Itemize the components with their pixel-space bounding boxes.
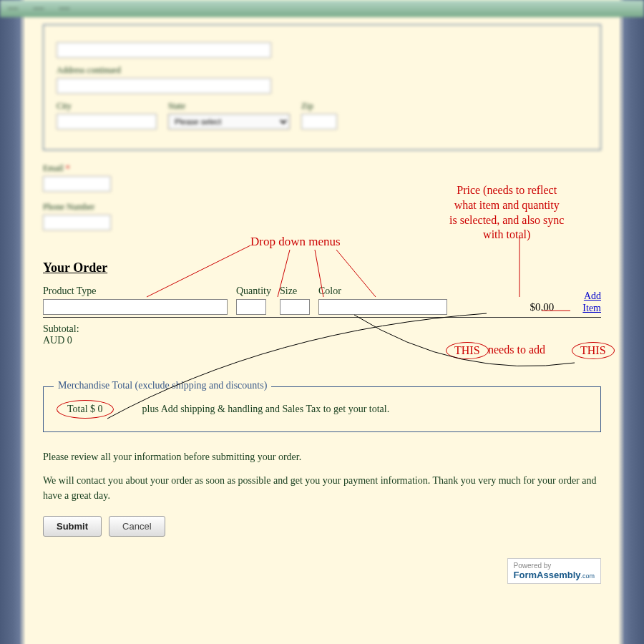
- line-price: $0.00: [530, 301, 555, 315]
- annotation-this-1: THIS: [446, 342, 489, 359]
- address-continued-input[interactable]: [57, 78, 271, 94]
- phone-input[interactable]: [43, 215, 111, 230]
- quantity-select[interactable]: [236, 299, 266, 315]
- email-label: Email *: [43, 163, 601, 174]
- zip-input[interactable]: [301, 114, 337, 130]
- color-label: Color: [318, 286, 447, 297]
- annotation-this-2: THIS: [572, 342, 615, 359]
- merchandise-total-box: Merchandise Total (exclude shipping and …: [43, 386, 601, 432]
- product-type-label: Product Type: [43, 286, 228, 297]
- email-input[interactable]: [43, 176, 111, 192]
- review-notice: Please review all your information befor…: [43, 449, 601, 464]
- city-label: City: [57, 101, 157, 112]
- zip-label: Zip: [301, 101, 337, 112]
- size-label: Size: [280, 286, 310, 297]
- contact-notice: We will contact you about your order as …: [43, 473, 601, 503]
- cancel-button[interactable]: Cancel: [109, 516, 165, 537]
- address-continued-label: Address continued: [57, 65, 587, 76]
- quantity-label: Quantity: [236, 286, 271, 297]
- submit-button[interactable]: Submit: [43, 516, 102, 537]
- form-page: Address continued City State Please sele…: [29, 17, 615, 598]
- browser-tab-bar: [0, 0, 644, 17]
- city-input[interactable]: [57, 114, 157, 130]
- subtotal-label: Subtotal:: [43, 323, 601, 335]
- annotation-price-note: Price (needs to reflect what item and qu…: [449, 183, 564, 243]
- product-type-select[interactable]: [43, 299, 228, 315]
- annotation-needs-add: needs to add: [488, 343, 545, 356]
- annotation-dropdown-menus: Drop down menus: [250, 235, 341, 249]
- merchandise-note: plus Add shipping & handling and Sales T…: [142, 404, 390, 415]
- address-input[interactable]: [57, 42, 271, 58]
- your-order-heading: Your Order: [43, 260, 601, 275]
- size-select[interactable]: [280, 299, 310, 315]
- total-display: Total $ 0: [57, 400, 114, 419]
- address-fieldset: Address continued City State Please sele…: [43, 24, 601, 150]
- add-item-link[interactable]: AddItem: [582, 291, 601, 315]
- powered-by-badge[interactable]: Powered by FormAssembly.com: [507, 558, 601, 584]
- state-label: State: [168, 101, 290, 112]
- color-select[interactable]: [318, 299, 447, 315]
- merchandise-legend: Merchandise Total (exclude shipping and …: [54, 380, 271, 391]
- state-select[interactable]: Please select: [168, 114, 290, 130]
- order-line-item: Product Type Quantity Size Color $0.00 A…: [43, 286, 601, 318]
